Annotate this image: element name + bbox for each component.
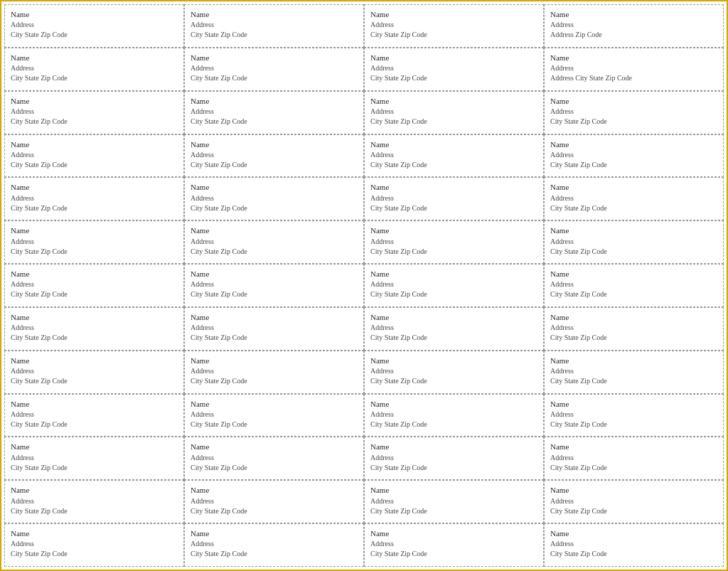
label-city-state-zip: City State Zip Code (370, 160, 537, 169)
label-city-state-zip: City State Zip Code (550, 333, 717, 342)
label-card: NameAddressCity State Zip Code (184, 351, 364, 394)
label-city-state-zip: City State Zip Code (191, 506, 358, 516)
label-city-state-zip: City State Zip Code (370, 30, 537, 39)
label-city-state-zip: City State Zip Code (370, 506, 537, 516)
label-card: NameAddressCity State Zip Code (4, 134, 184, 178)
label-city-state-zip: City State Zip Code (550, 420, 717, 429)
label-name: Name (191, 96, 358, 106)
label-card: NameAddressCity State Zip Code (544, 480, 724, 523)
label-address: Address (11, 63, 178, 73)
label-card: NameAddressCity State Zip Code (364, 4, 544, 48)
label-city-state-zip: City State Zip Code (11, 376, 178, 385)
label-card: NameAddressCity State Zip Code (184, 220, 364, 264)
label-city-state-zip: City State Zip Code (11, 247, 178, 256)
label-city-state-zip: City State Zip Code (370, 333, 537, 342)
label-name: Name (11, 356, 178, 365)
label-address: Address (550, 63, 717, 73)
label-address: Address (11, 539, 178, 548)
label-card: NameAddressCity State Zip Code (544, 177, 724, 220)
label-card: NameAddressCity State Zip Code (184, 437, 364, 480)
label-address: Address (550, 453, 717, 462)
label-card: NameAddressCity State Zip Code (544, 523, 724, 567)
label-city-state-zip: City State Zip Code (11, 420, 178, 429)
label-city-state-zip: City State Zip Code (370, 247, 537, 256)
label-city-state-zip: City State Zip Code (370, 549, 537, 558)
label-address: Address (370, 323, 537, 332)
label-card: NameAddressCity State Zip Code (4, 220, 184, 264)
label-address: Address (550, 107, 717, 116)
label-city-state-zip: City State Zip Code (191, 420, 358, 429)
label-name: Name (550, 312, 717, 322)
label-name: Name (191, 528, 358, 538)
label-card: NameAddressCity State Zip Code (4, 480, 184, 523)
label-card: NameAddressCity State Zip Code (544, 351, 724, 394)
label-name: Name (370, 269, 537, 279)
label-name: Name (370, 356, 537, 365)
label-address: Address (191, 63, 358, 73)
label-card: NameAddressCity State Zip Code (184, 264, 364, 307)
label-name: Name (370, 139, 537, 149)
label-address: Address (370, 63, 537, 73)
label-city-state-zip: City State Zip Code (550, 203, 717, 213)
label-card: NameAddressCity State Zip Code (184, 91, 364, 134)
label-address: Address (550, 237, 717, 246)
label-card: NameAddressCity State Zip Code (364, 480, 544, 523)
label-address: Address (370, 107, 537, 116)
label-card: NameAddressCity State Zip Code (184, 394, 364, 437)
label-name: Name (550, 9, 717, 19)
label-card: NameAddressCity State Zip Code (364, 523, 544, 567)
label-name: Name (370, 182, 537, 192)
label-address: Address (11, 20, 178, 29)
label-city-state-zip: City State Zip Code (11, 463, 178, 472)
label-address: Address (550, 150, 717, 159)
label-city-state-zip: City State Zip Code (11, 289, 178, 299)
label-card: NameAddressCity State Zip Code (544, 307, 724, 351)
label-card: NameAddressCity State Zip Code (4, 351, 184, 394)
label-name: Name (11, 528, 178, 538)
label-name: Name (370, 528, 537, 538)
label-city-state-zip: City State Zip Code (11, 160, 178, 169)
label-name: Name (11, 96, 178, 106)
label-city-state-zip: City State Zip Code (370, 420, 537, 429)
label-address: Address (550, 366, 717, 375)
label-name: Name (191, 9, 358, 19)
label-card: NameAddressCity State Zip Code (4, 307, 184, 351)
label-address: Address (370, 193, 537, 203)
label-name: Name (370, 96, 537, 106)
label-sheet: NameAddressCity State Zip CodeNameAddres… (0, 0, 728, 571)
label-name: Name (370, 9, 537, 19)
label-city-state-zip: City State Zip Code (370, 289, 537, 299)
label-card: NameAddressCity State Zip Code (184, 307, 364, 351)
label-card: NameAddressCity State Zip Code (544, 220, 724, 264)
label-name: Name (550, 225, 717, 235)
label-card: NameAddressCity State Zip Code (364, 307, 544, 351)
label-address: Address (11, 410, 178, 419)
label-address: Address (191, 496, 358, 506)
label-city-state-zip: City State Zip Code (550, 289, 717, 299)
label-card: NameAddressCity State Zip Code (544, 264, 724, 307)
label-address: Address (191, 279, 358, 289)
label-city-state-zip: City State Zip Code (191, 247, 358, 256)
label-card: NameAddressCity State Zip Code (184, 177, 364, 220)
label-card: NameAddressCity State Zip Code (4, 264, 184, 307)
label-card: NameAddressCity State Zip Code (544, 394, 724, 437)
label-name: Name (191, 53, 358, 63)
label-city-state-zip: City State Zip Code (370, 73, 537, 82)
label-name: Name (11, 442, 178, 452)
label-city-state-zip: City State Zip Code (191, 333, 358, 342)
label-city-state-zip: City State Zip Code (370, 117, 537, 126)
label-card: NameAddressCity State Zip Code (364, 351, 544, 394)
label-name: Name (370, 225, 537, 235)
label-card: NameAddressCity State Zip Code (544, 91, 724, 134)
label-city-state-zip: City State Zip Code (11, 333, 178, 342)
label-name: Name (191, 182, 358, 192)
label-city-state-zip: City State Zip Code (11, 506, 178, 516)
label-address: Address (191, 366, 358, 375)
label-name: Name (191, 399, 358, 409)
label-card: NameAddressCity State Zip Code (364, 134, 544, 178)
label-address: Address (550, 323, 717, 332)
label-address: Address (191, 453, 358, 462)
label-name: Name (550, 182, 717, 192)
label-city-state-zip: City State Zip Code (550, 463, 717, 472)
label-address: Address (191, 323, 358, 332)
